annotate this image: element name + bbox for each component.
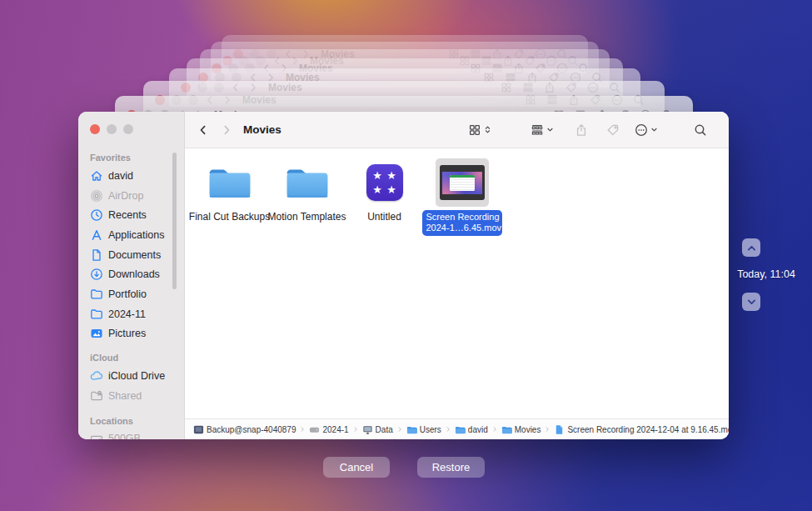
finder-window: Favorites david AirDrop Recents Applicat… [78, 112, 729, 439]
folder-icon [206, 163, 254, 202]
star-icon: ★ [372, 184, 382, 195]
external-disk-icon [309, 424, 320, 435]
file-grid: Final Cut Backups Motion Templates ★★★★ … [185, 149, 729, 418]
path-separator-icon [491, 426, 498, 433]
sidebar-section-locations: Locations [78, 413, 184, 429]
selected-file-label: Screen Recording 2024-1…6.45.mov [422, 210, 502, 236]
file-item-screen-recording[interactable]: Screen Recording 2024-1…6.45.mov [423, 158, 501, 418]
star-icon: ★ [386, 184, 396, 195]
tag-icon [606, 123, 620, 137]
sidebar-item-downloads[interactable]: Downloads [78, 264, 184, 284]
sidebar-item-pictures[interactable]: Pictures [78, 324, 184, 344]
home-icon [90, 169, 103, 183]
folder-icon [455, 424, 466, 435]
file-item-final-cut-backups[interactable]: Final Cut Backups [191, 158, 268, 418]
computer-icon [362, 424, 373, 435]
sidebar-item-airdrop[interactable]: AirDrop [78, 186, 184, 206]
applications-icon [90, 228, 103, 242]
sidebar-item-shared[interactable]: Shared [78, 386, 184, 406]
pictures-icon [90, 327, 103, 340]
view-grid-icon [468, 123, 481, 137]
chevron-down-icon [650, 125, 659, 134]
path-separator-icon [299, 426, 306, 433]
cloud-icon [90, 369, 103, 383]
window-title: Movies [243, 123, 281, 136]
search-button[interactable] [694, 123, 707, 137]
movie-thumbnail [440, 165, 485, 200]
back-button[interactable] [197, 123, 210, 137]
path-separator-icon [396, 426, 403, 433]
sidebar-item-500gb[interactable]: 500GB [78, 429, 184, 439]
drive-icon [90, 432, 103, 439]
toolbar: Movies [185, 112, 729, 148]
path-separator-icon [445, 426, 451, 433]
star-icon: ★ [372, 170, 382, 181]
clock-icon [90, 208, 103, 222]
timeline-back-button[interactable] [742, 238, 760, 257]
path-item-movies[interactable]: Movies [501, 424, 541, 435]
path-bar: Backup@snap-4040879 2024-1 Data Users da… [185, 418, 729, 439]
sidebar-item-david[interactable]: david [78, 166, 184, 186]
shared-folder-icon [90, 389, 103, 403]
share-button [575, 123, 588, 137]
more-icon [635, 123, 648, 137]
sidebar-section-favorites: Favorites [78, 150, 184, 166]
path-item-users[interactable]: Users [406, 424, 441, 435]
path-item-david[interactable]: david [455, 424, 488, 435]
backup-drive-icon [193, 424, 204, 435]
chevron-down-icon [545, 125, 555, 134]
selected-icon-backdrop [436, 158, 489, 207]
sidebar: Favorites david AirDrop Recents Applicat… [78, 112, 185, 439]
sidebar-item-2024-11[interactable]: 2024-11 [78, 304, 184, 324]
movie-file-icon [554, 424, 565, 435]
sidebar-item-recents[interactable]: Recents [78, 205, 184, 225]
path-item-data[interactable]: Data [362, 424, 393, 435]
path-item-backup[interactable]: Backup@snap-4040879 [193, 424, 296, 435]
file-item-untitled[interactable]: ★★★★ Untitled [346, 158, 423, 418]
sidebar-item-applications[interactable]: Applications [78, 225, 184, 245]
share-icon [575, 123, 588, 137]
sidebar-scrollbar[interactable] [172, 153, 177, 289]
more-actions-button[interactable] [635, 123, 659, 137]
download-icon [90, 268, 103, 281]
restore-button[interactable]: Restore [417, 457, 485, 478]
folder-icon [90, 288, 103, 301]
close-button[interactable] [90, 124, 100, 134]
finder-main: Movies Final Cut Backups Motion Template… [185, 112, 729, 439]
minimize-button [107, 124, 117, 134]
tag-button [606, 123, 620, 137]
forward-button [220, 123, 233, 137]
document-icon [90, 248, 103, 262]
sidebar-item-icloud-drive[interactable]: iCloud Drive [78, 366, 184, 386]
path-item-snapshot[interactable]: 2024-1 [309, 424, 348, 435]
chevron-down-icon [746, 297, 757, 308]
zoom-button [123, 124, 133, 134]
timeline-forward-button[interactable] [742, 293, 760, 311]
sidebar-item-portfolio[interactable]: Portfolio [78, 284, 184, 304]
star-icon: ★ [386, 170, 396, 181]
sidebar-section-icloud: iCloud [78, 350, 184, 366]
sidebar-item-documents[interactable]: Documents [78, 245, 184, 265]
folder-icon [406, 424, 417, 435]
folder-icon [283, 163, 331, 202]
folder-icon [90, 308, 103, 321]
file-item-motion-templates[interactable]: Motion Templates [268, 158, 346, 418]
group-by-button[interactable] [531, 123, 555, 137]
folder-icon [501, 424, 512, 435]
traffic-lights [90, 124, 133, 134]
path-item-file[interactable]: Screen Recording 2024-12-04 at 9.16.45.m… [554, 424, 729, 435]
path-separator-icon [544, 426, 550, 433]
path-separator-icon [352, 426, 359, 433]
view-switcher[interactable] [468, 123, 492, 137]
group-by-icon [531, 123, 544, 137]
timeline-timestamp: Today, 11:04 [724, 268, 809, 280]
untitled-app-icon: ★★★★ [366, 164, 403, 201]
updown-chevron-icon [483, 125, 492, 134]
search-icon [694, 123, 707, 137]
cancel-button[interactable]: Cancel [323, 457, 390, 478]
airdrop-icon [90, 189, 103, 203]
chevron-up-icon [746, 243, 757, 253]
